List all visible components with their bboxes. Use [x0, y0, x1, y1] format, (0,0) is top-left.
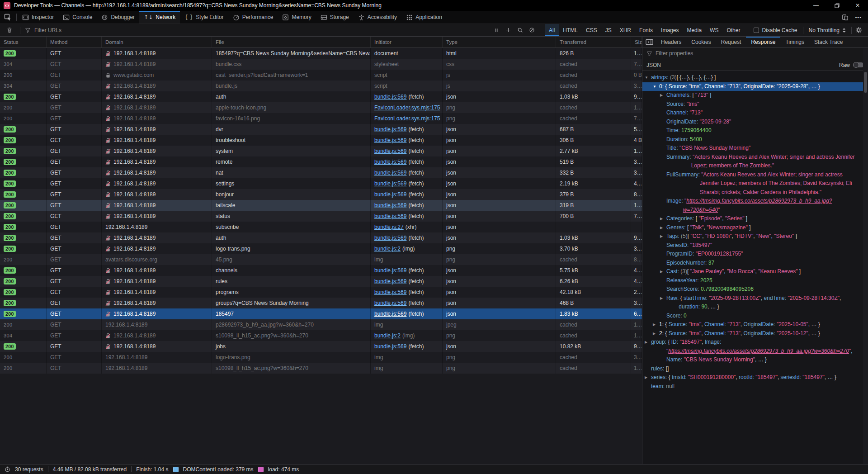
details-tab-timings[interactable]: Timings [780, 37, 809, 47]
json-tree-row[interactable]: team: null [642, 382, 868, 391]
initiator-link[interactable]: bundle.js:569 [374, 202, 406, 209]
column-header-transferred[interactable]: Transferred [556, 37, 631, 47]
filter-html[interactable]: HTML [559, 24, 582, 36]
expand-arrow-icon[interactable]: ▶ [660, 232, 666, 241]
json-tree-row[interactable]: Score: 0 [642, 312, 868, 321]
json-tree-row[interactable]: Image: "https://tmsimg.fancybits.co/asse… [642, 197, 868, 214]
expand-arrow-icon[interactable]: ▶ [660, 267, 666, 276]
request-row[interactable]: 200GET192.168.1.4:8189dvrbundle.js:569(f… [0, 124, 642, 135]
request-row[interactable]: 200GET192.168.1.4:8189logo-trans.pngbund… [0, 243, 642, 254]
details-tab-request[interactable]: Request [716, 37, 746, 47]
request-row[interactable]: 200GET192.168.1.4:8189s10098_ll_h15_ac.p… [0, 363, 642, 374]
toggle-details-panel-button[interactable] [642, 37, 656, 47]
tab-memory[interactable]: Memory [278, 11, 316, 24]
minimize-button[interactable]: — [806, 0, 826, 11]
request-row[interactable]: 200GET192.168.1.4:8189apple-touch-icon.p… [0, 102, 642, 113]
filter-css[interactable]: CSS [582, 24, 601, 36]
json-tree-row[interactable]: ▶Categories: [ "Episode", "Series" ] [642, 214, 868, 223]
column-header-initiator[interactable]: Initiator [371, 37, 443, 47]
request-row[interactable]: 200GETwww.gstatic.comcast_sender.js?load… [0, 70, 642, 81]
json-tree-row[interactable]: Duration: 5400 [642, 135, 868, 144]
network-settings-button[interactable] [853, 24, 864, 36]
initiator-link[interactable]: bundle.js:569 [374, 311, 406, 317]
initiator-link[interactable]: bundle.js:569 [374, 343, 406, 350]
initiator-link[interactable]: bundle.js:2 [374, 332, 401, 339]
scrollbar-thumb[interactable] [864, 72, 867, 93]
json-tree-row[interactable]: ProgramID: "EP000191281755" [642, 250, 868, 259]
expand-arrow-icon[interactable]: ▶ [645, 338, 651, 365]
request-row[interactable]: 200GET192.168.1.4:8189jobsbundle.js:569(… [0, 341, 642, 352]
filter-urls-input[interactable] [34, 27, 170, 33]
request-row[interactable]: 200GETavatars.discourse.org45.pngimgpngc… [0, 254, 642, 265]
column-header-size[interactable]: Size [631, 37, 642, 47]
expand-arrow-icon[interactable]: ▶ [645, 373, 651, 382]
json-tree-row[interactable]: FullSummary: "Actors Keanu Reeves and Al… [642, 171, 868, 197]
column-header-type[interactable]: Type [443, 37, 556, 47]
throttling-select[interactable]: No Throttling [804, 27, 850, 33]
request-row[interactable]: 200GET192.168.1.4:8189favicon-16x16.pngF… [0, 113, 642, 124]
column-header-method[interactable]: Method [47, 37, 102, 47]
json-tree-row[interactable]: ▶Raw: { startTime: "2025-09-28T13:00Z", … [642, 294, 868, 312]
stopwatch-icon[interactable] [5, 466, 10, 472]
json-tree-row[interactable]: ▶series: { tmsId: "SH000191280000", root… [642, 373, 868, 382]
tab-accessibility[interactable]: Accessibility [354, 11, 401, 24]
tab-console[interactable]: Console [58, 11, 97, 24]
expand-arrow-icon[interactable]: ▶ [660, 294, 666, 312]
initiator-link[interactable]: bundle.js:569 [374, 300, 406, 306]
column-header-domain[interactable]: Domain [102, 37, 212, 47]
initiator-link[interactable]: bundle.js:569 [374, 180, 406, 187]
request-row[interactable]: 200GET192.168.1.4:8189troubleshootbundle… [0, 135, 642, 146]
pause-recording-button[interactable] [491, 24, 503, 36]
json-tree-row[interactable]: Summary: "Actors Keanu Reeves and Alex W… [642, 153, 868, 171]
initiator-link[interactable]: FaviconLoader.sys.mjs:175 [374, 115, 440, 122]
request-row[interactable]: 200GET192.168.1.4:8189tailscalebundle.js… [0, 200, 642, 211]
request-row[interactable]: 304GET192.168.1.4:8189s10098_ll_h15_ac.p… [0, 330, 642, 341]
initiator-link[interactable]: bundle.js:27 [374, 224, 404, 230]
request-row[interactable]: 200GET192.168.1.4:8189rulesbundle.js:569… [0, 276, 642, 287]
tab-storage[interactable]: Storage [316, 11, 354, 24]
initiator-link[interactable]: bundle.js:569 [374, 191, 406, 198]
initiator-link[interactable]: bundle.js:569 [374, 126, 406, 133]
responsive-design-icon[interactable] [842, 14, 849, 21]
initiator-link[interactable]: bundle.js:569 [374, 94, 406, 100]
filter-xhr[interactable]: XHR [616, 24, 635, 36]
column-header-status[interactable]: Status [0, 37, 47, 47]
initiator-link[interactable]: bundle.js:569 [374, 267, 406, 274]
initiator-link[interactable]: FaviconLoader.sys.mjs:175 [374, 104, 440, 111]
tab-performance[interactable]: Performance [228, 11, 278, 24]
json-tree-row[interactable]: Channel: "713" [642, 109, 868, 118]
column-header-file[interactable]: File [212, 37, 371, 47]
request-row[interactable]: 200GET192.168.1.4:8189bonjourbundle.js:5… [0, 189, 642, 200]
filter-js[interactable]: JS [601, 24, 616, 36]
raw-toggle[interactable] [853, 62, 864, 67]
json-tree-row[interactable]: ▶Genres: [ "Talk", "Newsmagazine" ] [642, 223, 868, 232]
details-tab-response[interactable]: Response [746, 37, 780, 47]
json-tree-row[interactable]: ▶Channels: [ "713" ] [642, 91, 868, 100]
request-row[interactable]: 200GET192.168.1.4:8189groups?q=CBS News … [0, 298, 642, 308]
restore-button[interactable] [826, 0, 847, 11]
json-tree-row[interactable]: Time: 1759064400 [642, 126, 868, 135]
json-tree-row[interactable]: rules: [] [642, 365, 868, 374]
initiator-link[interactable]: bundle.js:2 [374, 246, 401, 252]
expand-arrow-icon[interactable]: ▶ [653, 320, 659, 329]
json-tree-row[interactable]: ▶2: { Source: "tms", Channel: "713", Ori… [642, 329, 868, 338]
tab-network[interactable]: ↑↓Network [139, 11, 180, 24]
filter-media[interactable]: Media [683, 24, 706, 36]
json-tree-row[interactable]: ▶Cast: (3)[ "Jane Pauley", "Mo Rocca", "… [642, 267, 868, 276]
json-tree-row[interactable]: ▶Tags: (5)[ "CC", "HD 1080i", "HDTV", "N… [642, 232, 868, 241]
search-button[interactable] [514, 24, 526, 36]
expand-arrow-icon[interactable]: ▶ [653, 329, 659, 338]
tab-application[interactable]: Application [401, 11, 447, 24]
filter-images[interactable]: Images [657, 24, 683, 36]
close-button[interactable]: ✕ [847, 0, 868, 11]
request-row[interactable]: 200GET192.168.1.4:8189authbundle.js:569(… [0, 91, 642, 102]
collapse-arrow-icon[interactable]: ▼ [653, 82, 659, 91]
json-tree-row[interactable]: ▶1: { Source: "tms", Channel: "713", Ori… [642, 320, 868, 329]
initiator-link[interactable]: bundle.js:569 [374, 278, 406, 284]
expand-arrow-icon[interactable]: ▶ [660, 91, 666, 100]
request-row[interactable]: 200GET192.168.1.4:8189systembundle.js:56… [0, 146, 642, 156]
collapse-arrow-icon[interactable]: ▼ [645, 73, 651, 82]
initiator-link[interactable]: bundle.js:569 [374, 213, 406, 219]
request-row[interactable]: 200GET192.168.1.4:8189natbundle.js:569(f… [0, 167, 642, 178]
details-tab-headers[interactable]: Headers [656, 37, 686, 47]
